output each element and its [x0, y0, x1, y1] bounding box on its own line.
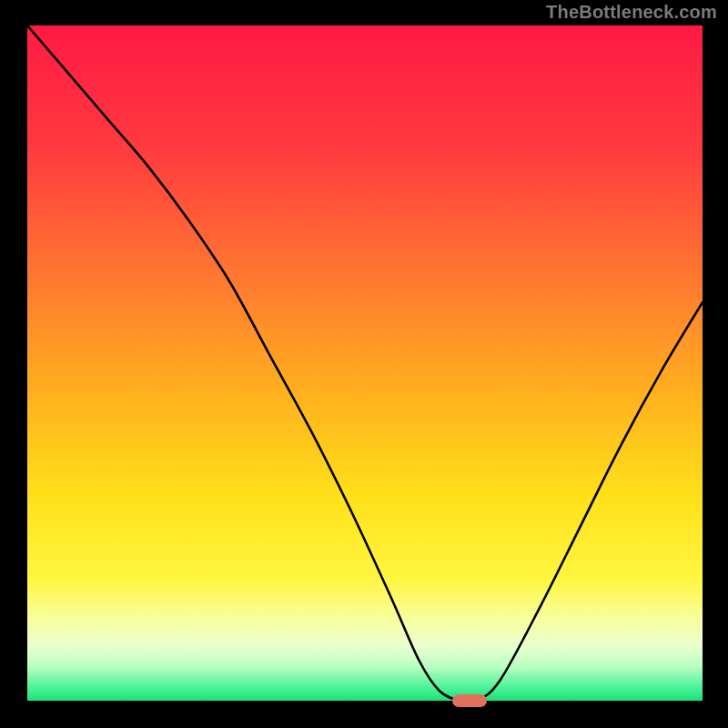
- watermark-text: TheBottleneck.com: [546, 2, 717, 23]
- svg-rect-0: [27, 25, 703, 701]
- plot-area: [27, 25, 703, 701]
- chart-container: TheBottleneck.com: [0, 0, 728, 728]
- background-gradient: [27, 25, 703, 701]
- optimal-point-marker: [452, 694, 486, 707]
